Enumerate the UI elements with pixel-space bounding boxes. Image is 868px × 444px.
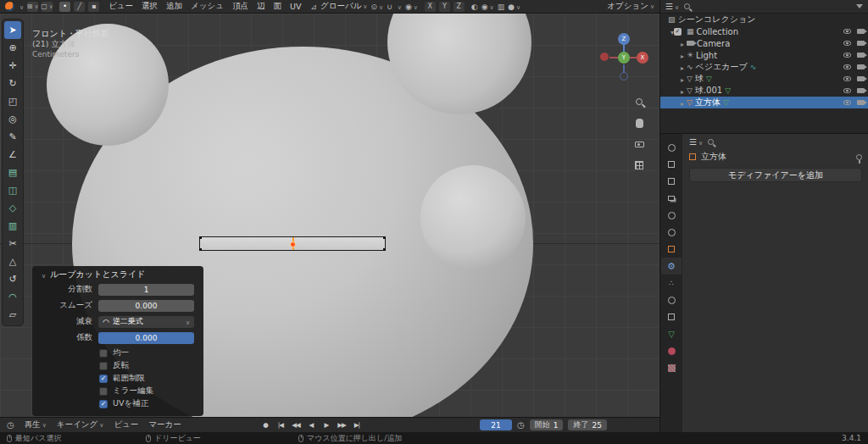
measure-tool-button[interactable]: ∠	[4, 146, 21, 164]
3d-viewport[interactable]: フロント・平行投影 (21) 立方体 Centimeters Z X Y ループ…	[0, 14, 659, 417]
smooth-field[interactable]: 0.000	[98, 300, 194, 312]
blender-logo-icon[interactable]	[5, 2, 14, 11]
sphere-row[interactable]: ▽ 球 ▽	[660, 73, 868, 85]
render-camera-icon[interactable]	[857, 53, 865, 58]
symmetry-y-toggle[interactable]: Y	[439, 2, 450, 12]
extrude-tool-button[interactable]: ▤	[4, 164, 21, 181]
render-camera-icon[interactable]	[857, 76, 865, 81]
disclosure-closed-icon[interactable]	[681, 86, 684, 96]
symmetry-z-toggle[interactable]: Z	[453, 2, 465, 12]
frame-start-field[interactable]: 開始 1	[530, 419, 564, 430]
gizmo-z-axis-ball[interactable]: Z	[618, 33, 630, 45]
tab-render[interactable]	[661, 156, 682, 173]
hide-eye-icon[interactable]	[843, 76, 851, 81]
disclosure-closed-icon[interactable]	[681, 39, 684, 48]
gizmo-x-neg-ball[interactable]	[600, 53, 609, 61]
vertex-handle[interactable]	[199, 248, 202, 251]
timeline-editor-dropdown[interactable]	[5, 420, 14, 430]
snap-dropdown[interactable]	[396, 3, 402, 11]
operator-panel-header[interactable]: ループカットとスライド	[33, 267, 203, 282]
pan-hand-icon[interactable]	[632, 116, 646, 130]
annotate-tool-button[interactable]: ✎	[4, 128, 21, 146]
disclosure-closed-icon[interactable]	[681, 75, 684, 84]
gizmo-y-axis-ball[interactable]: Y	[618, 52, 630, 64]
render-camera-icon[interactable]	[857, 29, 865, 34]
tab-output[interactable]	[661, 173, 682, 190]
tab-object-data[interactable]: ▽	[661, 325, 682, 342]
gizmo-z-neg-ball[interactable]	[620, 72, 628, 80]
show-gizmo-icon[interactable]: ◐	[471, 3, 478, 11]
marker-menu[interactable]: マーカー	[148, 419, 181, 430]
auto-key-button[interactable]: ●	[259, 419, 271, 430]
cursor-tool-button[interactable]: ⊕	[4, 39, 21, 57]
tab-view-layer[interactable]	[661, 190, 682, 207]
current-frame-field[interactable]: 21	[480, 419, 512, 430]
vertex-handle[interactable]	[199, 236, 202, 239]
even-checkbox[interactable]	[99, 349, 108, 358]
tab-scene[interactable]	[661, 207, 682, 224]
properties-editor-dropdown[interactable]: ☰	[689, 137, 703, 147]
editor-type-dropdown[interactable]: ⊞	[27, 2, 38, 12]
disclosure-closed-icon[interactable]	[681, 63, 684, 72]
hide-eye-icon[interactable]	[843, 41, 851, 46]
symmetry-x-toggle[interactable]: X	[425, 2, 436, 12]
move-tool-button[interactable]: ✛	[4, 57, 21, 75]
options-dropdown[interactable]: オプション	[607, 1, 654, 12]
pivot-dropdown[interactable]: ⊙	[370, 3, 383, 11]
knife-tool-button[interactable]: ✂	[4, 235, 21, 253]
jump-to-start-button[interactable]: |◀	[275, 419, 287, 430]
falloff-dropdown[interactable]: ◠ 逆二乗式	[98, 316, 194, 328]
search-icon[interactable]	[684, 3, 690, 9]
next-keyframe-button[interactable]: ▶▶	[336, 419, 348, 430]
hide-eye-icon[interactable]	[843, 29, 851, 34]
tab-world[interactable]	[661, 224, 682, 241]
clamp-checkbox[interactable]: ✓	[99, 375, 108, 383]
pin-icon[interactable]	[856, 154, 862, 160]
sphere-001-row[interactable]: ▽ 球.001 ▽	[660, 85, 868, 97]
tab-constraints[interactable]	[661, 308, 682, 325]
tab-particles[interactable]: ∴	[661, 275, 682, 291]
inset-tool-button[interactable]: ◫	[4, 181, 21, 199]
face-select-button[interactable]: ▪	[88, 2, 99, 12]
hide-eye-icon[interactable]	[843, 64, 851, 69]
filter-funnel-icon[interactable]	[856, 4, 863, 8]
prev-keyframe-button[interactable]: ◀◀	[290, 419, 302, 430]
magnet-icon[interactable]: ∪	[387, 3, 392, 11]
orientation-dropdown[interactable]: グローバル	[320, 1, 368, 12]
search-icon[interactable]	[708, 139, 714, 145]
shading-sphere-icon[interactable]: ●	[508, 3, 520, 11]
mirror-editing-checkbox[interactable]	[99, 387, 108, 396]
collection-checkbox[interactable]: ✓	[674, 28, 682, 36]
shear-tool-button[interactable]: ▱	[4, 306, 21, 324]
smooth-tool-button[interactable]: ◠	[4, 288, 21, 306]
select-tool-button[interactable]: ➤	[4, 21, 21, 39]
factor-slider[interactable]: 0.000	[98, 332, 194, 344]
tab-modifiers[interactable]: ⚙	[661, 258, 682, 275]
play-reverse-button[interactable]: ◀	[305, 419, 317, 430]
menu-add[interactable]: 追加	[164, 1, 185, 12]
bevel-tool-button[interactable]: ◇	[4, 199, 21, 217]
light-row[interactable]: ☀ Light	[660, 49, 868, 61]
vertex-select-button[interactable]: •	[59, 2, 70, 12]
hide-eye-icon[interactable]	[843, 53, 851, 58]
menu-vertex[interactable]: 頂点	[230, 1, 251, 12]
ortho-grid-icon[interactable]	[632, 158, 646, 172]
keying-menu[interactable]: キーイング	[57, 419, 104, 430]
cube-row-selected[interactable]: ▽ 立方体 ▽	[660, 97, 868, 108]
rotate-tool-button[interactable]: ↻	[4, 75, 21, 92]
tab-physics[interactable]	[661, 291, 682, 308]
scene-collection-row[interactable]: ▧ シーンコレクション	[660, 14, 868, 25]
transform-tool-button[interactable]: ◎	[4, 110, 21, 128]
edge-select-button[interactable]: ╱	[74, 2, 85, 12]
correct-uv-checkbox[interactable]: ✓	[99, 400, 108, 408]
menu-edge[interactable]: 辺	[254, 1, 268, 12]
zoom-icon[interactable]	[632, 95, 646, 108]
add-modifier-button[interactable]: モディファイアーを追加	[689, 168, 862, 182]
hide-eye-icon[interactable]	[843, 100, 851, 105]
cuts-field[interactable]: 1	[98, 284, 194, 296]
camera-view-icon[interactable]	[632, 137, 646, 151]
view-menu[interactable]: ビュー	[114, 419, 138, 430]
tab-material[interactable]	[661, 342, 682, 359]
app-menu-chevron-icon[interactable]	[18, 2, 24, 11]
render-camera-icon[interactable]	[857, 41, 865, 46]
